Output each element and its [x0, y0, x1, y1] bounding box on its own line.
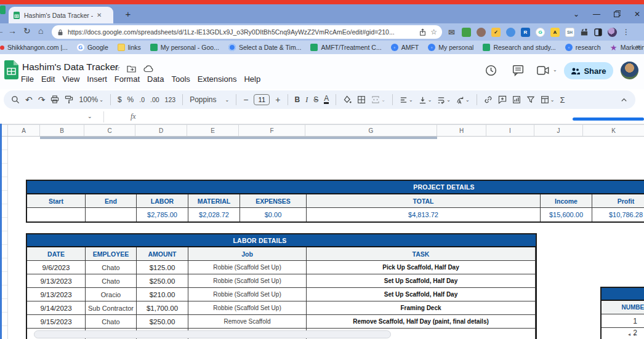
scrollbar-arrows[interactable]: ◂▸ [628, 332, 640, 337]
font-selector[interactable]: Poppins⌄ [190, 95, 229, 104]
text-color-button[interactable]: A [324, 95, 329, 104]
labor-cell[interactable]: Robbie (Scaffold Set Up) [188, 261, 307, 274]
menu-data[interactable]: Data [147, 74, 164, 84]
a-extension-icon[interactable]: A [550, 28, 560, 37]
labor-cell[interactable]: Chato [86, 261, 137, 274]
labor-cell[interactable]: Remove Scaffold, Half Day (paint, final … [307, 315, 536, 329]
labor-cell[interactable]: $250.00 [137, 274, 188, 288]
labor-cell[interactable]: Remove Scaffold [188, 315, 307, 329]
labor-cell[interactable]: Robbie (Scaffold Set Up) [188, 288, 307, 301]
meet-camera-icon[interactable] [537, 66, 549, 75]
avatar-extension-icon[interactable] [477, 28, 486, 37]
increase-decimals-button[interactable]: .00 [150, 96, 159, 103]
project-details-title-bar[interactable]: PROJECT DETAILS [27, 181, 644, 194]
format-currency-button[interactable]: $ [118, 95, 122, 104]
labor-cell[interactable]: $125.00 [137, 261, 188, 274]
star-document-icon[interactable]: ☆ [113, 63, 121, 73]
meet-dropdown-icon[interactable]: ⌄ [553, 67, 557, 73]
share-button[interactable]: Share [564, 62, 613, 79]
print-icon[interactable] [50, 95, 59, 104]
merge-cells-button[interactable]: ⌄ [371, 95, 385, 104]
bookmark-my-personal[interactable]: ◦ My personal [428, 44, 473, 51]
labor-cell[interactable]: 9/14/2023 [27, 301, 86, 315]
labor-cell[interactable]: Sub Contractor [86, 301, 137, 315]
menu-format[interactable]: Format [115, 74, 140, 84]
project-header-expenses[interactable]: EXPENSES [240, 194, 307, 208]
new-tab-button[interactable]: + [121, 6, 135, 21]
mail-extension-icon[interactable]: ✉ [447, 28, 456, 37]
labor-cell[interactable]: Pick Up Scaffold, Half Day [307, 261, 536, 274]
move-folder-icon[interactable] [127, 65, 136, 73]
bookmark-links[interactable]: links [118, 44, 141, 51]
menu-help[interactable]: Help [244, 74, 260, 84]
decrease-font-size-button[interactable]: − [243, 95, 248, 105]
labor-header-date[interactable]: DATE [27, 247, 86, 261]
project-value-income[interactable]: $15,600.00 [541, 208, 592, 221]
column-header-i[interactable]: I [486, 125, 534, 136]
paint-format-icon[interactable] [65, 95, 73, 104]
share-page-icon[interactable] [419, 28, 427, 36]
document-title[interactable]: Hashim's Data Tracker [22, 62, 118, 73]
bookmarks-overflow-icon[interactable]: » [636, 42, 640, 51]
version-history-icon[interactable] [485, 65, 497, 76]
user-avatar[interactable] [621, 62, 638, 79]
labor-header-task[interactable]: TASK [307, 247, 536, 261]
insert-chart-icon[interactable] [512, 95, 521, 104]
number-table-title-bar[interactable] [602, 288, 644, 301]
create-filter-icon[interactable] [526, 95, 535, 104]
column-header-a[interactable]: A [8, 125, 40, 136]
project-header-material[interactable]: MATERIAL [188, 194, 240, 208]
bookmark-amft[interactable]: ◦ AMFT [391, 44, 419, 51]
column-header-d[interactable]: D [135, 125, 187, 136]
active-tab[interactable]: Hashim's Data Tracker - Google ✕ [9, 7, 113, 23]
restore-button[interactable] [614, 10, 621, 17]
project-value-material[interactable]: $2,028.72 [188, 208, 240, 221]
labor-cell[interactable]: $1,700.00 [137, 301, 188, 315]
bookmark-my-personal-sheet[interactable]: My personal - Goo... [150, 44, 219, 51]
project-header-profit[interactable]: Profit [592, 194, 644, 208]
number-table-header[interactable]: NUMBER [602, 301, 644, 314]
tab-close-icon[interactable]: ✕ [97, 12, 102, 18]
project-header-start[interactable]: Start [27, 194, 86, 208]
project-header-labor[interactable]: LABOR [137, 194, 188, 208]
browser-profile-icon[interactable] [594, 28, 602, 36]
labor-cell[interactable]: Robbie (Scaffold Set Up) [188, 274, 307, 288]
menu-edit[interactable]: Edit [41, 74, 55, 84]
labor-cell[interactable]: 9/15/2023 [27, 315, 86, 329]
text-wrap-button[interactable]: ⌄ [437, 96, 451, 104]
redo-icon[interactable]: ↷ [38, 95, 46, 105]
project-value-total[interactable]: $4,813.72 [307, 208, 541, 221]
increase-font-size-button[interactable]: + [275, 95, 280, 105]
back-icon[interactable]: ← [0, 26, 4, 36]
project-value-start[interactable] [27, 208, 86, 221]
project-value-labor[interactable]: $2,785.00 [137, 208, 188, 221]
font-size-input[interactable]: 11 [254, 94, 270, 105]
project-header-income[interactable]: Income [541, 194, 592, 208]
column-header-j[interactable]: J [534, 125, 583, 136]
menu-insert[interactable]: Insert [87, 74, 107, 84]
sh-extension-icon[interactable]: SH [565, 28, 574, 37]
fx-icon[interactable]: fx [131, 112, 136, 121]
column-header-k[interactable]: K [583, 125, 644, 136]
address-bar[interactable]: https://docs.google.com/spreadsheets/d/1… [52, 25, 442, 39]
italic-button[interactable]: I [305, 95, 308, 105]
r-extension-icon[interactable]: R [521, 28, 530, 37]
column-header-e[interactable]: E [187, 125, 239, 136]
fill-color-icon[interactable] [343, 95, 352, 104]
text-rotation-button[interactable]: ⌄ [456, 96, 470, 104]
labor-cell[interactable]: $210.00 [137, 288, 188, 301]
home-icon[interactable]: ⌂ [38, 26, 43, 36]
collapse-toolbar-icon[interactable] [620, 96, 628, 104]
labor-cell[interactable]: Framing Deck [307, 301, 536, 315]
labor-cell[interactable]: Oracio [86, 288, 137, 301]
pinned-tab-icon[interactable] [0, 6, 6, 14]
bold-button[interactable]: B [295, 95, 300, 104]
column-header-g[interactable]: G [305, 125, 437, 136]
strikethrough-button[interactable]: S [313, 95, 318, 104]
menu-file[interactable]: File [21, 74, 34, 84]
forward-icon[interactable]: → [8, 26, 17, 36]
project-value-end[interactable] [86, 208, 137, 221]
labor-cell[interactable]: Chato [86, 274, 137, 288]
bookmark-google[interactable]: G Google [77, 44, 108, 51]
labor-header-job[interactable]: Job [188, 247, 307, 261]
